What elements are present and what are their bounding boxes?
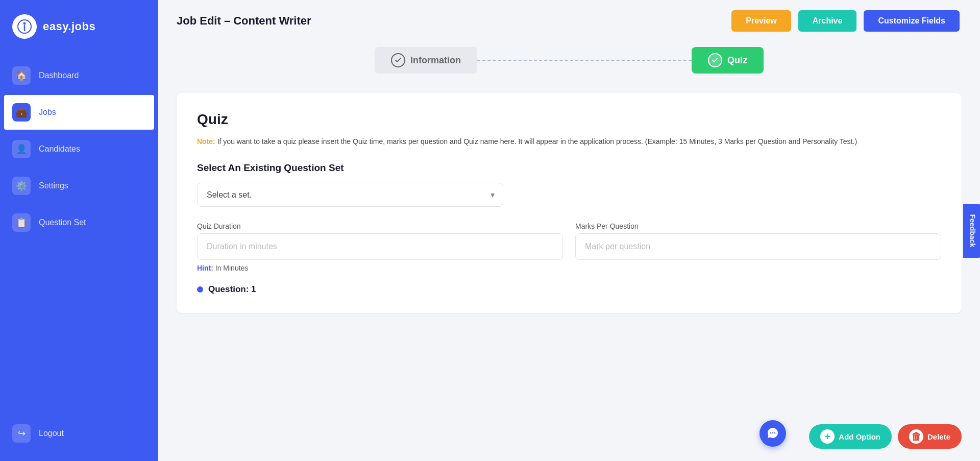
chat-bubble-button[interactable] bbox=[760, 420, 786, 447]
add-option-button[interactable]: + Add Option bbox=[809, 424, 892, 449]
select-section-label: Select An Existing Question Set bbox=[197, 162, 941, 174]
hint-text: Hint: In Minutes bbox=[197, 264, 941, 272]
main-content: Job Edit – Content Writer Preview Archiv… bbox=[158, 0, 980, 461]
question-label: Question: 1 bbox=[208, 284, 256, 295]
steps-bar: Information Quiz bbox=[158, 40, 980, 81]
marks-field-group: Marks Per Question bbox=[575, 222, 941, 260]
delete-icon: 🗑 bbox=[909, 429, 923, 444]
quiz-section: Quiz Note: If you want to take a quiz pl… bbox=[177, 93, 962, 313]
bottom-actions: + Add Option 🗑 Delete bbox=[809, 424, 962, 449]
step-quiz[interactable]: Quiz bbox=[692, 47, 764, 74]
step-connector bbox=[477, 60, 692, 61]
logo-icon bbox=[12, 14, 37, 39]
svg-point-5 bbox=[772, 432, 773, 433]
question-dot bbox=[197, 286, 203, 293]
sidebar-item-candidates[interactable]: 👤 Candidates bbox=[0, 132, 158, 166]
page-title: Job Edit – Content Writer bbox=[177, 14, 311, 28]
sidebar-item-logout[interactable]: ↪ Logout bbox=[0, 416, 158, 451]
page-header: Job Edit – Content Writer Preview Archiv… bbox=[158, 0, 980, 40]
question-set-select-wrapper: Select a set. ▼ bbox=[197, 183, 503, 207]
question-set-select[interactable]: Select a set. bbox=[197, 183, 503, 207]
settings-label: Settings bbox=[39, 181, 68, 190]
jobs-label: Jobs bbox=[39, 108, 56, 117]
sidebar-item-settings[interactable]: ⚙️ Settings bbox=[0, 168, 158, 203]
question-item-1: Question: 1 bbox=[197, 284, 941, 295]
duration-field-group: Quiz Duration bbox=[197, 222, 563, 260]
sidebar-item-dashboard[interactable]: 🏠 Dashboard bbox=[0, 58, 158, 93]
header-actions: Preview Archive Customize Fields bbox=[731, 10, 960, 32]
sidebar-logo: easy.jobs bbox=[0, 0, 158, 53]
question-set-icon: 📋 bbox=[12, 213, 31, 232]
step-information-icon bbox=[391, 53, 405, 67]
hint-label: Hint: bbox=[197, 264, 213, 272]
note-label: Note: bbox=[197, 137, 215, 145]
step-information-label: Information bbox=[410, 55, 461, 66]
sidebar-nav: 🏠 Dashboard 💼 Jobs 👤 Candidates ⚙️ Setti… bbox=[0, 58, 158, 240]
logout-icon: ↪ bbox=[12, 424, 31, 443]
step-information[interactable]: Information bbox=[375, 47, 477, 74]
step-quiz-label: Quiz bbox=[727, 55, 747, 66]
feedback-label: Feedback bbox=[969, 214, 977, 247]
settings-icon: ⚙️ bbox=[12, 177, 31, 195]
app-logo-text: easy.jobs bbox=[43, 20, 95, 33]
svg-point-6 bbox=[774, 432, 775, 433]
marks-label: Marks Per Question bbox=[575, 222, 941, 230]
sidebar-item-question-set[interactable]: 📋 Question Set bbox=[0, 205, 158, 240]
sidebar-bottom: ↪ Logout bbox=[0, 408, 158, 461]
sidebar: easy.jobs 🏠 Dashboard 💼 Jobs 👤 Candidate… bbox=[0, 0, 158, 461]
delete-button[interactable]: 🗑 Delete bbox=[898, 424, 962, 449]
home-icon: 🏠 bbox=[12, 66, 31, 85]
archive-button[interactable]: Archive bbox=[798, 10, 857, 32]
quiz-title: Quiz bbox=[197, 111, 941, 128]
duration-input[interactable] bbox=[197, 233, 563, 260]
dashboard-label: Dashboard bbox=[39, 71, 79, 80]
svg-point-4 bbox=[770, 432, 771, 433]
fields-row: Quiz Duration Marks Per Question bbox=[197, 222, 941, 260]
candidates-label: Candidates bbox=[39, 144, 80, 154]
step-quiz-icon bbox=[708, 53, 722, 67]
preview-button[interactable]: Preview bbox=[731, 10, 791, 32]
duration-label: Quiz Duration bbox=[197, 222, 563, 230]
jobs-icon: 💼 bbox=[12, 103, 31, 122]
add-option-icon: + bbox=[820, 429, 835, 444]
hint-value: In Minutes bbox=[213, 264, 248, 272]
svg-point-1 bbox=[23, 22, 26, 25]
question-set-label: Question Set bbox=[39, 218, 86, 227]
add-option-label: Add Option bbox=[839, 432, 880, 441]
note-text: If you want to take a quiz please insert… bbox=[215, 137, 857, 145]
sidebar-item-jobs[interactable]: 💼 Jobs bbox=[4, 95, 154, 130]
content-area: Quiz Note: If you want to take a quiz pl… bbox=[158, 81, 980, 461]
logout-label: Logout bbox=[39, 429, 64, 438]
candidates-icon: 👤 bbox=[12, 140, 31, 158]
customize-fields-button[interactable]: Customize Fields bbox=[864, 10, 960, 32]
delete-label: Delete bbox=[927, 432, 950, 441]
marks-input[interactable] bbox=[575, 233, 941, 260]
feedback-tab[interactable]: Feedback bbox=[964, 204, 980, 257]
quiz-note: Note: If you want to take a quiz please … bbox=[197, 136, 941, 147]
